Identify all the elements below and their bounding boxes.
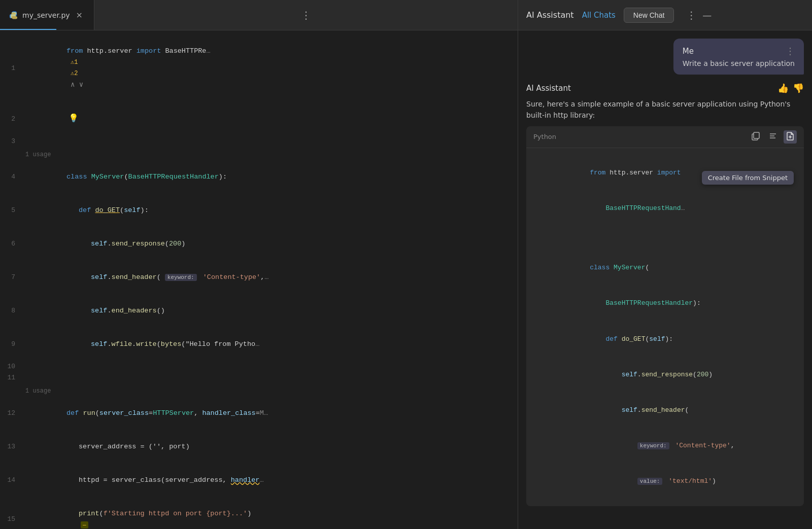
- user-message-bubble: Me ⋮ Write a basic server application: [673, 39, 804, 75]
- line-num-12: 12: [0, 408, 25, 419]
- ai-minimize-button[interactable]: —: [702, 10, 712, 20]
- code-line-10: 10: [0, 361, 518, 372]
- ai-header-icons: ⋮ —: [686, 9, 712, 21]
- ai-code-line-11: value: 'text/html'): [534, 464, 796, 499]
- code-line-1: 1 from http.server import BaseHTTPRe… ⚠1…: [0, 34, 518, 102]
- warning-badge-1: ⚠1: [71, 57, 78, 68]
- code-line-11: 11: [0, 372, 518, 383]
- ai-code-line-6: BaseHTTPRequestHandler):: [534, 286, 796, 321]
- lightbulb-icon: 💡: [69, 114, 79, 123]
- line-content-4: class MyServer(BaseHTTPRequestHandler):: [25, 160, 227, 194]
- code-line-7: 7 self.send_header( keyword: 'Content-ty…: [0, 261, 518, 294]
- line-content-14: httpd = server_class(server_address, han…: [25, 464, 264, 497]
- nav-arrows[interactable]: ∧ ∨: [71, 81, 83, 89]
- line-num-5: 5: [0, 205, 25, 216]
- ai-menu-icon[interactable]: ⋮: [686, 9, 696, 21]
- code-line-2: 2 💡: [0, 102, 518, 136]
- editor-menu-icon[interactable]: ⋮: [293, 9, 319, 21]
- main-content: 1 from http.server import BaseHTTPRe… ⚠1…: [0, 30, 812, 529]
- code-line-15: 15 print(f'Starting httpd on port {port}…: [0, 497, 518, 529]
- line-content-2: 💡: [25, 102, 79, 136]
- line-num-15: 15: [0, 514, 25, 525]
- ai-code-line-5: class MyServer(: [534, 250, 796, 286]
- python-icon: [9, 11, 18, 20]
- code-line-14: 14 httpd = server_class(server_address, …: [0, 464, 518, 497]
- code-line-9: 9 self.wfile.write(bytes("Hello from Pyt…: [0, 328, 518, 361]
- line-num-9: 9: [0, 339, 25, 350]
- top-bar: my_server.py × ⋮ AI Assistant All Chats …: [0, 0, 812, 30]
- ai-assistant-header: AI Assistant All Chats New Chat ⋮ —: [518, 0, 812, 30]
- line-content-1: from http.server import BaseHTTPRe… ⚠1 ⚠…: [25, 34, 211, 102]
- tab-close-button[interactable]: ×: [74, 9, 85, 21]
- usage-label-2: 1 usage: [0, 383, 518, 397]
- create-file-tooltip: Create File from Snippet: [702, 171, 794, 185]
- ai-code-actions: [749, 130, 797, 144]
- ai-code-line-3: [534, 226, 796, 238]
- format-code-icon[interactable]: [766, 130, 780, 144]
- line-content-10: [25, 361, 29, 372]
- user-name: Me: [683, 47, 694, 56]
- code-editor[interactable]: 1 from http.server import BaseHTTPRe… ⚠1…: [0, 30, 518, 529]
- code-line-6: 6 self.send_response(200): [0, 227, 518, 261]
- usage-label-1: 1 usage: [0, 147, 518, 160]
- code-line-13: 13 server_address = ('', port): [0, 430, 518, 464]
- code-line-12: 12 def run(server_class=HTTPServer, hand…: [0, 397, 518, 430]
- line-content-3: [25, 136, 29, 147]
- user-bubble-header: Me ⋮: [683, 46, 795, 56]
- line-content-15: print(f'Starting httpd on port {port}...…: [25, 497, 251, 529]
- line-num-3: 3: [0, 136, 25, 147]
- ai-code-line-8: self.send_response(200): [534, 357, 796, 392]
- code-line-5: 5 def do_GET(self):: [0, 194, 518, 227]
- line-num-14: 14: [0, 475, 25, 486]
- user-message-text: Write a basic server application: [683, 59, 795, 67]
- line-content-6: self.send_response(200): [25, 227, 185, 261]
- line-num-2: 2: [0, 114, 25, 125]
- create-file-icon[interactable]: [784, 130, 797, 144]
- code-line-3: 3: [0, 136, 518, 147]
- ai-panel-title: AI Assistant: [526, 10, 574, 20]
- line-num-7: 7: [0, 272, 25, 283]
- line-num-11: 11: [0, 372, 25, 383]
- ai-code-line-10: keyword: 'Content-type',: [534, 428, 796, 464]
- line-content-11: [25, 372, 29, 383]
- ai-response-text: Sure, here's a simple example of a basic…: [526, 98, 804, 121]
- bubble-menu-icon[interactable]: ⋮: [786, 46, 795, 56]
- line-num-1: 1: [0, 63, 25, 74]
- thumbdown-icon[interactable]: 👎: [793, 83, 804, 93]
- code-lines: 1 from http.server import BaseHTTPRe… ⚠1…: [0, 30, 518, 529]
- line-content-9: self.wfile.write(bytes("Hello from Pytho…: [25, 328, 259, 361]
- warning-badge-2: ⚠2: [71, 68, 78, 79]
- line-content-13: server_address = ('', port): [25, 430, 190, 464]
- line-num-6: 6: [0, 238, 25, 250]
- line-content-12: def run(server_class=HTTPServer, handler…: [25, 397, 268, 430]
- ai-panel: Me ⋮ Write a basic server application AI…: [518, 30, 812, 529]
- svg-rect-1: [754, 132, 759, 138]
- line-content-5: def do_GET(self):: [25, 194, 149, 227]
- ai-code-block: Python: [526, 126, 804, 506]
- ai-response-actions: 👍 👎: [777, 83, 804, 93]
- code-line-4: 4 class MyServer(BaseHTTPRequestHandler)…: [0, 160, 518, 194]
- ai-response: AI Assistant 👍 👎 Sure, here's a simple e…: [526, 83, 804, 506]
- ai-code-line-4: [534, 238, 796, 250]
- line-num-13: 13: [0, 441, 25, 452]
- line-num-10: 10: [0, 361, 25, 372]
- ai-response-title: AI Assistant: [526, 84, 571, 93]
- thumbup-icon[interactable]: 👍: [777, 83, 789, 93]
- ai-response-header: AI Assistant 👍 👎: [526, 83, 804, 93]
- ai-code-line-9: self.send_header(: [534, 393, 796, 428]
- ai-code-language: Python: [533, 133, 556, 140]
- line-num-8: 8: [0, 305, 25, 316]
- copy-code-icon[interactable]: [749, 130, 762, 144]
- ai-panel-content: Me ⋮ Write a basic server application AI…: [518, 30, 812, 529]
- ai-code-line-2: BaseHTTPRequestHand…: [534, 191, 796, 226]
- all-chats-button[interactable]: All Chats: [582, 11, 616, 20]
- tab-progress-bar: [0, 29, 56, 30]
- line-num-4: 4: [0, 171, 25, 183]
- code-line-8: 8 self.end_headers(): [0, 294, 518, 328]
- ai-code-line-7: def do_GET(self):: [534, 321, 796, 357]
- file-tab[interactable]: my_server.py ×: [0, 0, 94, 30]
- ai-code-body: from http.server import BaseHTTPRequestH…: [526, 148, 804, 506]
- new-chat-button[interactable]: New Chat: [624, 8, 674, 23]
- tab-filename: my_server.py: [22, 11, 70, 19]
- line-content-8: self.end_headers(): [25, 294, 165, 328]
